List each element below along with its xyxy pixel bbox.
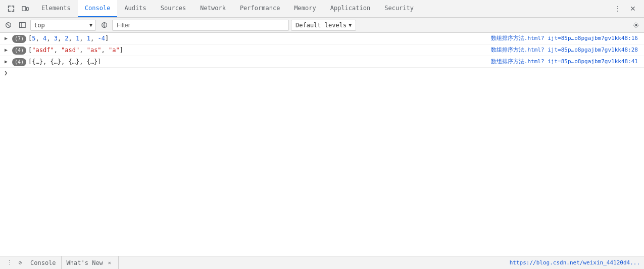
filter-input[interactable] — [112, 20, 289, 31]
console-text: (4)[{…}, {…}, {…}, {…}] — [10, 57, 491, 66]
svg-rect-5 — [19, 23, 25, 28]
console-row: ▶ (7)[5, 4, 3, 2, 1, 1, -4] 数组排序方法.html?… — [0, 33, 644, 44]
console-row: ▶ (4)[{…}, {…}, {…}, {…}] 数组排序方法.html? i… — [0, 56, 644, 68]
console-source-link[interactable]: 数组排序方法.html? ijt=85p…o8pgajbm7gv1kk48:28 — [491, 46, 644, 55]
bottom-tab-close-button[interactable]: ✕ — [106, 259, 113, 266]
console-settings-button[interactable] — [630, 19, 642, 31]
svg-rect-1 — [27, 7, 29, 10]
clear-console-button[interactable] — [2, 19, 14, 31]
more-tabs-button[interactable]: ⋮ — [611, 2, 625, 16]
console-text: (4)["asdf", "asd", "as", "a"] — [10, 46, 491, 55]
bottom-tab-whats-new-label: What's New — [67, 259, 103, 266]
console-row: ▶ (4)["asdf", "asd", "as", "a"] 数组排序方法.h… — [0, 44, 644, 56]
log-level-label: Default levels — [295, 22, 346, 29]
bottom-tab-console[interactable]: Console — [25, 256, 62, 269]
inspect-element-button[interactable] — [4, 2, 18, 16]
tab-performance[interactable]: Performance — [233, 0, 287, 17]
tab-bar-right: ⋮ ✕ — [611, 2, 640, 16]
context-value: top — [34, 22, 45, 29]
count-badge: (4) — [12, 58, 26, 66]
expand-arrow[interactable]: ▶ — [2, 57, 10, 66]
console-source-link[interactable]: 数组排序方法.html? ijt=85p…o8pgajbm7gv1kk48:16 — [491, 34, 644, 43]
context-selector[interactable]: top ▼ — [30, 20, 96, 31]
tab-network[interactable]: Network — [193, 0, 233, 17]
devtools-tab-bar: Elements Console Audits Sources Network … — [0, 0, 644, 18]
log-level-selector[interactable]: Default levels ▼ — [291, 20, 356, 31]
expand-arrow[interactable]: ▶ — [2, 34, 10, 43]
cursor-icon: ❯ — [4, 69, 8, 76]
main-tab-list: Elements Console Audits Sources Network … — [34, 0, 421, 17]
console-toolbar: top ▼ Default levels ▼ — [0, 18, 644, 33]
console-source-link[interactable]: 数组排序方法.html? ijt=85p…o8pgajbm7gv1kk48:41 — [491, 57, 644, 66]
tab-application[interactable]: Application — [323, 0, 377, 17]
bottom-bar: ⋮ ⊘ Console What's New ✕ https://blog.cs… — [0, 256, 644, 269]
toggle-sidebar-button[interactable] — [16, 19, 28, 31]
bottom-tab-console-label: Console — [30, 259, 56, 266]
page-url[interactable]: https://blog.csdn.net/weixin_44120d4... — [510, 259, 640, 266]
console-text: (7)[5, 4, 3, 2, 1, 1, -4] — [10, 34, 491, 43]
tab-console[interactable]: Console — [78, 0, 118, 17]
show-network-button[interactable] — [98, 19, 110, 31]
bottom-tab-whats-new[interactable]: What's New ✕ — [62, 256, 119, 269]
bottom-tab-list: ⋮ ⊘ Console What's New ✕ — [4, 256, 119, 269]
bottom-menu-button[interactable]: ⋮ — [4, 258, 14, 268]
expand-arrow[interactable]: ▶ — [2, 46, 10, 55]
svg-rect-0 — [22, 7, 26, 11]
log-level-arrow: ▼ — [349, 22, 352, 28]
svg-line-3 — [7, 23, 10, 27]
close-devtools-button[interactable]: ✕ — [626, 2, 640, 16]
count-badge: (7) — [12, 35, 26, 43]
cursor-row: ❯ — [0, 68, 644, 78]
device-toolbar-button[interactable] — [18, 2, 32, 16]
tab-security[interactable]: Security — [377, 0, 421, 17]
tab-sources[interactable]: Sources — [154, 0, 193, 17]
tab-elements[interactable]: Elements — [34, 0, 78, 17]
bottom-stop-button[interactable]: ⊘ — [15, 258, 25, 268]
console-content: ▶ (7)[5, 4, 3, 2, 1, 1, -4] 数组排序方法.html?… — [0, 33, 644, 256]
context-arrow: ▼ — [89, 22, 92, 28]
count-badge: (4) — [12, 47, 26, 55]
tab-memory[interactable]: Memory — [287, 0, 323, 17]
tab-audits[interactable]: Audits — [117, 0, 153, 17]
bottom-left-icons: ⋮ ⊘ — [4, 258, 25, 268]
